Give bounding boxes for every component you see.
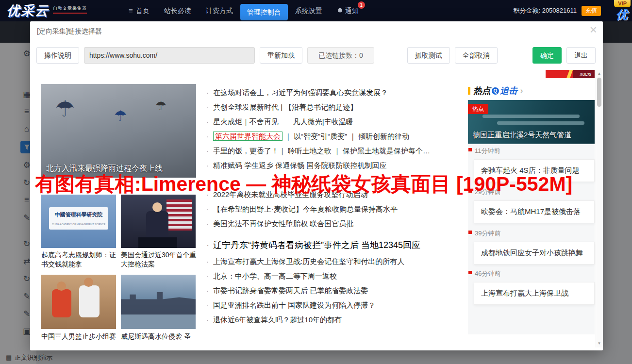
hot-item-time: 46分钟前: [468, 269, 595, 278]
main-news-photo[interactable]: ☂ ☂ ☂ 北方入汛来最强降雨过程今夜上线: [41, 84, 196, 178]
nav-item-console[interactable]: 管理控制台: [240, 4, 288, 20]
hot-item: 46分钟前 上海宣布打赢大上海保卫战: [468, 269, 595, 305]
url-input[interactable]: [84, 47, 255, 64]
menu-icon: ≡: [129, 6, 133, 15]
news-photo-congress[interactable]: [121, 195, 196, 248]
news-photo-academy[interactable]: 中國管理科學研究院CHINA ACADEMY OF MANAGEMENT SCI…: [41, 195, 116, 248]
umbrella-icon: ☂: [155, 99, 166, 114]
hot-item-time: 11分钟前: [468, 147, 595, 155]
news-card-caption[interactable]: 起底高考志愿规划师：证书交钱就能拿: [41, 250, 117, 269]
accent-bar: [468, 87, 470, 95]
nav-item-must-read[interactable]: 站长必读: [157, 0, 199, 21]
hot-main-story[interactable]: 热点 德国正重启北溪2号天然气管道: [468, 100, 595, 144]
news-link-featured[interactable]: 辽宁丹东“持黄码者看病被拦”事件之后 当地12345回应: [205, 239, 470, 251]
vip-badge: VIP: [614, 0, 631, 7]
watermark-text: 有图有真相:Limerence — 神秘纸袋女孩真面目 [190P-552M]: [35, 171, 572, 198]
hot-section-header[interactable]: 热点 Q 追击 ›: [468, 85, 523, 97]
reload-button[interactable]: 重新加载: [260, 47, 302, 64]
hot-item-card[interactable]: 成都地铁回应女子对小孩跳艳舞: [474, 242, 595, 265]
confirm-button[interactable]: 确定: [532, 47, 562, 64]
notification-badge: 1: [358, 1, 365, 9]
umbrella-icon: ☂: [114, 107, 127, 124]
news-link[interactable]: 共创全球发展新时代 | 【沿着总书记的足迹】: [205, 100, 470, 115]
news-photo-basketball[interactable]: [41, 275, 116, 329]
credits-amount: 积分金额: 2050821611: [513, 6, 577, 15]
hot-item-time: 39分钟前: [468, 229, 595, 238]
news-link[interactable]: 北京：中小学、高一高二等下周一返校: [205, 269, 470, 283]
help-button[interactable]: 操作说明: [36, 47, 79, 64]
news-link[interactable]: 国足亚洲排名跌出前十 国家队建设为何陷入停滞？: [205, 298, 470, 313]
hot-main-title: 德国正重启北溪2号天然气管道: [473, 131, 571, 140]
nav-item-settings[interactable]: 系统设置: [288, 0, 330, 21]
academy-sign: 中國管理科學研究院: [49, 211, 108, 218]
news-list: 在这场对话会上，习近平为何强调要真心实意谋发展？ 共创全球发展新时代 | 【沿着…: [205, 85, 470, 327]
promo-banner[interactable]: xuexi: [546, 70, 595, 78]
logo-subtitle: 自动文章采集器: [53, 5, 87, 14]
news-link[interactable]: 退休近6年被查算久吗？超过10年的都有: [205, 313, 470, 327]
grab-test-button[interactable]: 抓取测试: [407, 47, 450, 64]
recharge-button[interactable]: 充值: [582, 6, 601, 16]
app-logo[interactable]: 优采云 自动文章采集器: [7, 1, 121, 20]
news-link[interactable]: 上海宣布打赢大上海保卫战:历史会记住坚守和付出的所有人: [205, 254, 470, 269]
bell-icon: [337, 1, 343, 22]
scrollbar-thumb[interactable]: [597, 78, 601, 107]
news-link[interactable]: 美国宪法不再保护女性堕胎权 联合国官员批: [205, 216, 470, 231]
news-link[interactable]: 【在希望的田野上·麦收记】今年夏粮收购总量保持高水平: [205, 202, 470, 216]
news-link[interactable]: 在这场对话会上，习近平为何强调要真心实意谋发展？: [205, 85, 470, 100]
news-link[interactable]: 星火成炬｜不舍再见 凡人微光|丰收温暖: [205, 115, 470, 129]
top-navbar: 优采云 自动文章采集器 ≡首页 站长必读 计费方式 管理控制台 系统设置 通知 …: [0, 0, 632, 21]
news-link-selected[interactable]: 第六届世界智能大会 ｜ 以“智变”引“质变” ｜ 倾听创新的律动: [205, 129, 470, 144]
umbrella-icon: ☂: [55, 96, 75, 122]
hot-tag: 热点: [468, 104, 488, 114]
selected-link-highlight[interactable]: 第六届世界智能大会: [213, 132, 283, 141]
hot-item-card[interactable]: 上海宣布打赢大上海保卫战: [474, 282, 595, 305]
logo-text: 优采云: [7, 1, 49, 20]
news-card-caption[interactable]: 威尼斯遇高水位侵袭 圣: [121, 332, 197, 341]
modal-toolbar: 操作说明 重新加载 已选链接数：0 抓取测试 全部取消 确定 退出: [36, 47, 597, 64]
cancel-all-button[interactable]: 全部取消: [455, 47, 498, 64]
chase-icon: Q: [492, 87, 499, 95]
close-icon[interactable]: ×: [590, 22, 597, 37]
news-card-caption[interactable]: 美国会通过近30年首个重大控枪法案: [121, 250, 197, 269]
scroll-down-icon[interactable]: ▼: [596, 340, 602, 347]
nav-item-billing[interactable]: 计费方式: [199, 0, 240, 21]
nav-item-home[interactable]: ≡首页: [121, 0, 157, 21]
more-arrow-icon: ›: [520, 86, 523, 95]
selected-links-count: 已选链接数：0: [307, 47, 374, 64]
webpage-frame: xuexi ☂ ☂ ☂ 北方入汛来最强降雨过程今夜上线 在这场对话会上，习近平为…: [36, 70, 596, 347]
scroll-up-icon[interactable]: ▲: [596, 70, 602, 77]
corner-logo: 优: [616, 7, 628, 22]
exit-button[interactable]: 退出: [566, 47, 596, 64]
news-card-caption[interactable]: 中国三人男篮止步小组赛: [41, 332, 117, 341]
content-scrollbar[interactable]: ▲ ▼: [596, 70, 602, 347]
hot-item-card[interactable]: 欧委会：马航MH17是被俄击落: [474, 200, 595, 223]
hot-item: 39分钟前 成都地铁回应女子对小孩跳艳舞: [468, 229, 595, 265]
news-link[interactable]: 手里的饭，更香了！｜ 聆听土地之歌 ｜ 保护黑土地就是保护每个…: [205, 144, 470, 158]
news-link[interactable]: 市委书记跻身省委常委两天后 已掌舵省委政法委: [205, 283, 470, 298]
modal-title: [定向采集]链接选择器: [37, 25, 102, 37]
news-photo-venice[interactable]: [121, 275, 196, 329]
nav-item-notifications[interactable]: 通知 1: [330, 0, 366, 21]
